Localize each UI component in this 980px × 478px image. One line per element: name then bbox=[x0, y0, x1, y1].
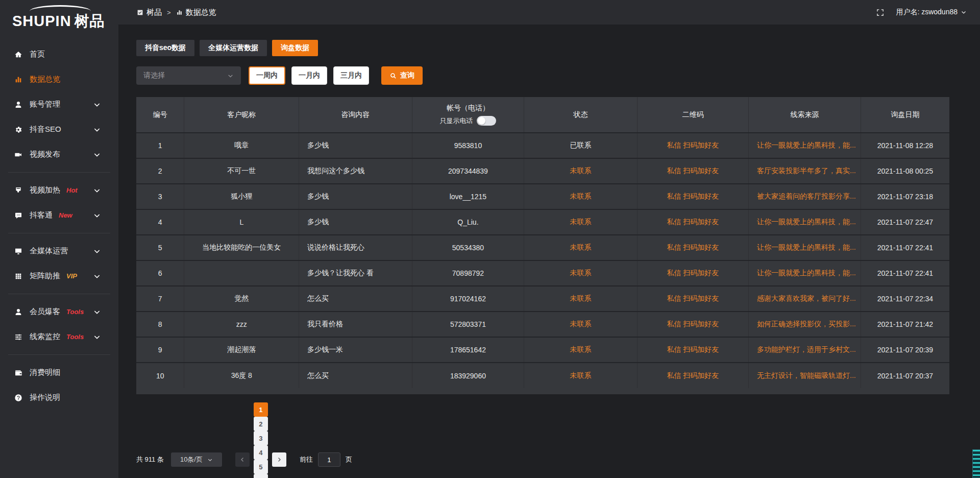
page-button-6[interactable]: 6 bbox=[254, 474, 268, 478]
member-icon bbox=[14, 308, 23, 316]
qrcode-link[interactable]: 私信 扫码加好友 bbox=[667, 141, 719, 149]
logo-cn: 树品 bbox=[75, 13, 105, 29]
floating-widget[interactable] bbox=[972, 449, 980, 478]
cell-qrcode: 私信 扫码加好友 bbox=[637, 363, 748, 388]
sidebar-item-member[interactable]: 会员爆客 Tools bbox=[0, 299, 118, 324]
cell-account: 917024162 bbox=[412, 286, 524, 312]
range-button-2[interactable]: 三月内 bbox=[333, 66, 369, 85]
cell-source: 多功能护栏灯，适用于乡村文... bbox=[749, 337, 861, 363]
range-button-0[interactable]: 一周内 bbox=[249, 66, 285, 85]
cell-qrcode: 私信 扫码加好友 bbox=[637, 337, 748, 363]
search-button[interactable]: 查询 bbox=[381, 66, 423, 85]
cell-date: 2021-11-07 23:18 bbox=[861, 184, 949, 209]
cell-nickname: 哦章 bbox=[184, 133, 299, 158]
pagination: 共 911 条 10条/页 123456•••92 前往 页 bbox=[136, 402, 949, 478]
qrcode-link[interactable]: 私信 扫码加好友 bbox=[667, 294, 719, 302]
source-link[interactable]: 被大家追着问的客厅投影分享... bbox=[757, 192, 856, 200]
page-button-3[interactable]: 3 bbox=[254, 431, 268, 445]
cell-account: 178651642 bbox=[412, 337, 524, 363]
source-link[interactable]: 感谢大家喜欢我家，被问了好... bbox=[757, 294, 856, 302]
sidebar-item-chat[interactable]: 抖客通 New bbox=[0, 203, 118, 228]
cell-status: 未联系 bbox=[524, 286, 637, 312]
qrcode-link[interactable]: 私信 扫码加好友 bbox=[667, 371, 719, 379]
cell-account: 572803371 bbox=[412, 312, 524, 337]
sliders-icon bbox=[14, 333, 23, 341]
page-button-1[interactable]: 1 bbox=[254, 402, 268, 417]
fullscreen-icon[interactable] bbox=[876, 8, 885, 17]
sidebar-item-gear[interactable]: 抖音SEO bbox=[0, 117, 118, 142]
source-link[interactable]: 让你一眼就爱上的黑科技，能... bbox=[757, 218, 856, 226]
sidebar-item-badge: VIP bbox=[66, 272, 77, 280]
chevron-down-icon bbox=[93, 272, 102, 280]
chevron-down-icon bbox=[93, 308, 102, 316]
qrcode-link[interactable]: 私信 扫码加好友 bbox=[667, 269, 719, 277]
next-page-button[interactable] bbox=[272, 452, 286, 467]
breadcrumb-page[interactable]: 数据总览 bbox=[176, 8, 216, 17]
cell-content: 多少钱一米 bbox=[299, 337, 412, 363]
table-row: 9 潮起潮落 多少钱一米 178651642 未联系 私信 扫码加好友 多功能护… bbox=[136, 337, 949, 363]
source-link[interactable]: 如何正确选择投影仪，买投影... bbox=[757, 320, 856, 328]
sidebar-item-monitor[interactable]: 全媒体运营 bbox=[0, 238, 118, 264]
sidebar-item-wallet[interactable]: 消费明细 bbox=[0, 360, 118, 385]
cell-no: 4 bbox=[136, 209, 184, 235]
column-header-0: 编号 bbox=[136, 97, 184, 133]
sidebar-item-label: 全媒体运营 bbox=[30, 246, 68, 256]
phone-only-toggle[interactable] bbox=[477, 116, 496, 126]
chevron-down-icon bbox=[93, 247, 102, 255]
page-button-2[interactable]: 2 bbox=[254, 417, 268, 431]
page-size-select[interactable]: 10条/页 bbox=[171, 452, 222, 467]
cell-date: 2021-11-07 20:39 bbox=[861, 337, 949, 363]
source-link[interactable]: 多功能护栏灯，适用于乡村文... bbox=[757, 345, 856, 353]
video-upload-icon bbox=[14, 151, 23, 159]
sidebar-divider bbox=[8, 233, 110, 233]
chevron-down-icon bbox=[93, 126, 102, 134]
cell-qrcode: 私信 扫码加好友 bbox=[637, 133, 748, 158]
sidebar-item-user[interactable]: 账号管理 bbox=[0, 92, 118, 117]
cell-status: 未联系 bbox=[524, 337, 637, 363]
breadcrumb-app[interactable]: 树品 bbox=[137, 8, 162, 17]
qrcode-link[interactable]: 私信 扫码加好友 bbox=[667, 345, 719, 353]
source-link[interactable]: 客厅安装投影半年多了，真实... bbox=[757, 166, 856, 175]
table-row: 1 哦章 多少钱 9583810 已联系 私信 扫码加好友 让你一眼就爱上的黑科… bbox=[136, 133, 949, 158]
source-link[interactable]: 让你一眼就爱上的黑科技，能... bbox=[757, 269, 856, 277]
table-row: 6 多少钱？让我死心 看 70898792 未联系 私信 扫码加好友 让你一眼就… bbox=[136, 260, 949, 286]
sidebar-item-bar-chart[interactable]: 数据总览 bbox=[0, 67, 118, 92]
source-link[interactable]: 让你一眼就爱上的黑科技，能... bbox=[757, 243, 856, 251]
page-button-4[interactable]: 4 bbox=[254, 445, 268, 460]
cell-qrcode: 私信 扫码加好友 bbox=[637, 260, 748, 286]
sidebar-item-heat-tool[interactable]: 视频加热 Hot bbox=[0, 178, 118, 203]
tab-1[interactable]: 全媒体运营数据 bbox=[200, 40, 267, 56]
column-header-4: 状态 bbox=[524, 97, 637, 133]
source-link[interactable]: 让你一眼就爱上的黑科技，能... bbox=[757, 141, 856, 149]
tab-2[interactable]: 询盘数据 bbox=[272, 40, 318, 56]
goto-page-input[interactable] bbox=[318, 452, 340, 467]
page-button-5[interactable]: 5 bbox=[254, 460, 268, 474]
prev-page-button[interactable] bbox=[235, 452, 250, 467]
cell-source: 让你一眼就爱上的黑科技，能... bbox=[749, 235, 861, 260]
cell-source: 如何正确选择投影仪，买投影... bbox=[749, 312, 861, 337]
qrcode-link[interactable]: 私信 扫码加好友 bbox=[667, 218, 719, 226]
source-link[interactable]: 无主灯设计，智能磁吸轨道灯... bbox=[757, 371, 856, 379]
cell-nickname: L bbox=[184, 209, 299, 235]
logo-text: SHUPIN树品 bbox=[12, 11, 118, 32]
qrcode-link[interactable]: 私信 扫码加好友 bbox=[667, 166, 719, 175]
filter-select[interactable]: 请选择 bbox=[136, 66, 241, 85]
app-logo[interactable]: SHUPIN树品 bbox=[0, 0, 118, 35]
goto-page: 前往 页 bbox=[300, 452, 352, 467]
chevron-down-icon bbox=[93, 186, 102, 195]
cell-account: love__1215 bbox=[412, 184, 524, 209]
tab-bar: 抖音seo数据全媒体运营数据询盘数据 bbox=[136, 40, 949, 56]
cell-content: 怎么买 bbox=[299, 286, 412, 312]
sidebar-item-grid[interactable]: 矩阵助推 VIP bbox=[0, 264, 118, 289]
sidebar-item-help[interactable]: 操作说明 bbox=[0, 385, 118, 410]
sidebar-item-home[interactable]: 首页 bbox=[0, 42, 118, 67]
qrcode-link[interactable]: 私信 扫码加好友 bbox=[667, 320, 719, 328]
sidebar-item-video-upload[interactable]: 视频发布 bbox=[0, 142, 118, 167]
sidebar-item-sliders[interactable]: 线索监控 Tools bbox=[0, 324, 118, 349]
user-menu[interactable]: 用户名: zswodun88 bbox=[896, 8, 967, 17]
range-button-1[interactable]: 一月内 bbox=[291, 66, 327, 85]
qrcode-link[interactable]: 私信 扫码加好友 bbox=[667, 192, 719, 200]
qrcode-link[interactable]: 私信 扫码加好友 bbox=[667, 243, 719, 251]
tab-0[interactable]: 抖音seo数据 bbox=[136, 40, 194, 56]
chevron-right-icon bbox=[276, 457, 282, 463]
